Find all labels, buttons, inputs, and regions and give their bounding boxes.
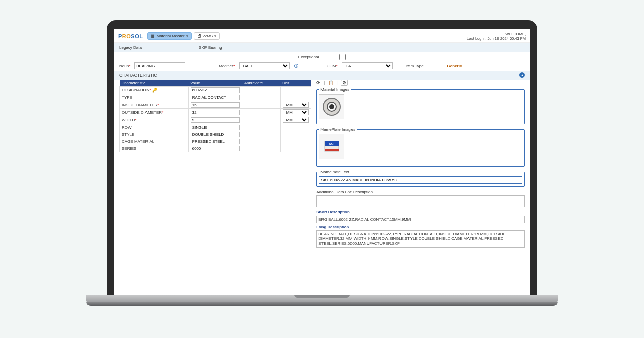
char-abbr-cell: [242, 145, 280, 152]
section-characteristic-header: CHARACTERISTIC ▴: [114, 71, 530, 80]
modifier-select[interactable]: BALL: [239, 62, 290, 69]
char-value-cell: [188, 87, 242, 94]
char-unit-cell: [280, 124, 311, 131]
char-value-cell: [188, 116, 242, 124]
last-login-text: Last Log in: Jun 19 2024 05:43 PM: [467, 36, 526, 41]
char-abbr-cell: [242, 138, 280, 145]
char-name-cell: TYPE: [120, 94, 189, 101]
table-row: STYLE: [120, 131, 311, 138]
exceptional-label: Exceptional: [298, 55, 319, 59]
char-name-cell: OUTSIDE DIAMETER*: [120, 109, 189, 116]
short-description-label: Short Description: [316, 210, 525, 214]
char-unit-cell: [280, 145, 311, 152]
breadcrumb-skf-bearing[interactable]: SKF Bearing: [199, 45, 222, 50]
laptop-base: [107, 295, 537, 308]
right-toolbar: ⟳ | 📋 | ⚙: [316, 80, 525, 87]
table-row: SERIES: [120, 145, 311, 152]
welcome-text: WELCOME,: [467, 32, 526, 36]
char-value-input[interactable]: [191, 110, 240, 115]
exceptional-checkbox[interactable]: [339, 54, 346, 60]
info-icon[interactable]: ⓘ: [294, 63, 298, 69]
breadcrumb-legacy-data[interactable]: Legacy Data: [119, 45, 142, 50]
char-name-cell: STYLE: [120, 131, 189, 138]
char-value-input[interactable]: [191, 146, 240, 151]
main-columns: Characteristic Value Abbreviate Unit DES…: [114, 80, 530, 252]
key-icon: 🔑: [152, 88, 157, 93]
logo-part-ro: RO: [122, 33, 131, 39]
skf-box-icon: SKF: [321, 136, 342, 157]
char-name-cell: DESIGNATION*🔑: [120, 87, 189, 94]
laptop-mockup: PROSOL ▦ Material Master ▾ 🗄 WMS ▾ WELCO…: [107, 20, 537, 308]
refresh-icon[interactable]: ⟳: [316, 80, 320, 85]
svg-point-2: [329, 104, 334, 109]
chevron-down-icon: ▾: [186, 34, 188, 38]
char-name-cell: CAGE MATERIAL: [120, 138, 189, 145]
char-value-input[interactable]: [191, 102, 240, 108]
menu-material-master-label: Material Master: [156, 34, 184, 38]
char-unit-select[interactable]: MM: [283, 117, 309, 123]
section-characteristic-title: CHARACTERISTIC: [119, 73, 157, 78]
gear-icon[interactable]: ⚙: [341, 80, 348, 86]
char-value-cell: [188, 94, 242, 101]
short-description-value: BRG BALL,6002-2Z,RADIAL CONTACT,15MM,9MM: [316, 216, 525, 223]
char-abbr-cell: [242, 94, 280, 101]
nameplate-text-panel: NamePlate Text: [316, 170, 525, 187]
char-unit-cell: [280, 138, 311, 145]
char-value-input[interactable]: [191, 132, 240, 137]
additional-data-textarea[interactable]: [316, 195, 525, 207]
table-row: INSIDE DIAMETER*MM: [120, 101, 311, 109]
char-abbr-cell: [242, 101, 280, 109]
material-image-thumb[interactable]: [319, 94, 344, 119]
char-value-cell: [188, 138, 242, 145]
required-marker: *: [162, 110, 163, 115]
logo-part-sol: SOL: [131, 33, 143, 39]
char-value-input[interactable]: [191, 125, 240, 130]
main-form-row: Noun* Modifier* BALL ⓘ UOM* EA Item Type…: [114, 60, 530, 71]
chevron-down-icon: ▾: [214, 34, 216, 38]
item-type-label: Item Type: [406, 64, 424, 68]
modifier-label: Modifier*: [219, 64, 235, 68]
logo: PROSOL: [118, 33, 143, 39]
char-name-cell: INSIDE DIAMETER*: [120, 101, 189, 109]
char-unit-select[interactable]: MM: [283, 109, 309, 115]
nameplate-image-thumb[interactable]: SKF: [319, 134, 344, 159]
app-screen: PROSOL ▦ Material Master ▾ 🗄 WMS ▾ WELCO…: [114, 29, 530, 295]
nameplate-images-legend: NamePlate Images: [319, 127, 357, 132]
noun-input[interactable]: [134, 62, 185, 69]
topbar-right: WELCOME, Last Log in: Jun 19 2024 05:43 …: [467, 32, 526, 41]
clipboard-icon[interactable]: 📋: [328, 80, 334, 85]
char-unit-cell: MM: [280, 109, 311, 116]
char-value-cell: [188, 145, 242, 152]
char-unit-cell: [280, 87, 311, 94]
char-value-input[interactable]: [191, 95, 240, 100]
required-marker: *: [150, 88, 151, 93]
required-marker: *: [135, 118, 136, 122]
char-unit-cell: [280, 94, 311, 101]
required-marker: *: [157, 103, 159, 107]
separator: |: [324, 80, 325, 85]
menu-wms[interactable]: 🗄 WMS ▾: [194, 32, 220, 40]
char-value-input[interactable]: [191, 87, 240, 93]
uom-label: UOM*: [327, 64, 338, 68]
long-description-value: BEARING,BALL,DESIGNATION:6002-2Z,TYPE:RA…: [316, 230, 525, 248]
uom-select[interactable]: EA: [342, 62, 393, 69]
topbar: PROSOL ▦ Material Master ▾ 🗄 WMS ▾ WELCO…: [114, 29, 530, 43]
char-unit-cell: MM: [280, 101, 311, 109]
long-description-label: Long Description: [316, 225, 525, 229]
table-row: ROW: [120, 124, 311, 131]
collapse-icon[interactable]: ▴: [519, 72, 525, 78]
col-characteristic: Characteristic: [120, 80, 189, 87]
char-value-input[interactable]: [191, 139, 240, 144]
characteristic-panel: Characteristic Value Abbreviate Unit DES…: [119, 80, 311, 248]
char-unit-select[interactable]: MM: [283, 102, 309, 108]
menu-material-master[interactable]: ▦ Material Master ▾: [147, 32, 191, 40]
char-abbr-cell: [242, 116, 280, 124]
table-row: TYPE: [120, 94, 311, 101]
material-images-legend: Material Images: [319, 87, 351, 92]
additional-data-label: Additional Data For Description: [316, 190, 525, 194]
col-abbreviate: Abbreviate: [242, 80, 280, 87]
exceptional-row: Exceptional: [114, 52, 530, 60]
nameplate-text-input[interactable]: [319, 176, 522, 184]
char-value-cell: [188, 101, 242, 109]
char-value-input[interactable]: [191, 117, 240, 123]
